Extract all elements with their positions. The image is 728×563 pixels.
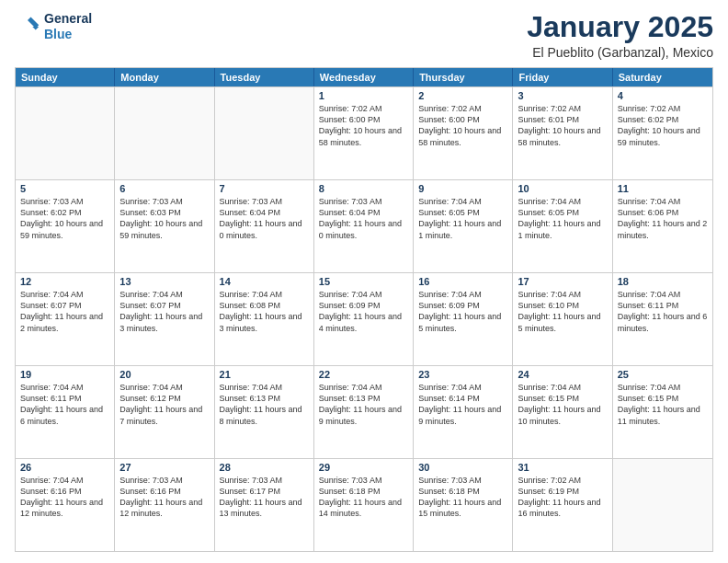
day-info: Sunrise: 7:02 AM Sunset: 6:19 PM Dayligh… bbox=[518, 475, 607, 520]
day-number: 3 bbox=[518, 90, 607, 101]
day-info: Sunrise: 7:03 AM Sunset: 6:18 PM Dayligh… bbox=[319, 475, 408, 520]
day-number: 25 bbox=[618, 369, 708, 380]
week-row-3: 12Sunrise: 7:04 AM Sunset: 6:07 PM Dayli… bbox=[16, 272, 712, 365]
day-number: 8 bbox=[319, 183, 408, 194]
day-number: 26 bbox=[20, 462, 109, 473]
day-info: Sunrise: 7:04 AM Sunset: 6:11 PM Dayligh… bbox=[20, 382, 109, 427]
day-info: Sunrise: 7:04 AM Sunset: 6:06 PM Dayligh… bbox=[618, 196, 708, 241]
day-info: Sunrise: 7:04 AM Sunset: 6:08 PM Dayligh… bbox=[220, 289, 309, 334]
week-row-5: 26Sunrise: 7:04 AM Sunset: 6:16 PM Dayli… bbox=[16, 458, 712, 551]
day-info: Sunrise: 7:04 AM Sunset: 6:15 PM Dayligh… bbox=[518, 382, 607, 427]
cal-cell-w2-d1: 5Sunrise: 7:03 AM Sunset: 6:02 PM Daylig… bbox=[16, 180, 115, 272]
day-info: Sunrise: 7:04 AM Sunset: 6:11 PM Dayligh… bbox=[618, 289, 708, 334]
cal-cell-w2-d6: 10Sunrise: 7:04 AM Sunset: 6:05 PM Dayli… bbox=[513, 180, 612, 272]
day-number: 7 bbox=[220, 183, 309, 194]
day-info: Sunrise: 7:03 AM Sunset: 6:04 PM Dayligh… bbox=[220, 196, 309, 241]
day-info: Sunrise: 7:04 AM Sunset: 6:09 PM Dayligh… bbox=[418, 289, 507, 334]
day-number: 23 bbox=[418, 369, 507, 380]
cal-cell-w4-d7: 25Sunrise: 7:04 AM Sunset: 6:15 PM Dayli… bbox=[613, 366, 712, 458]
day-number: 4 bbox=[618, 90, 708, 101]
calendar-body: 1Sunrise: 7:02 AM Sunset: 6:00 PM Daylig… bbox=[16, 86, 712, 551]
cal-cell-w2-d5: 9Sunrise: 7:04 AM Sunset: 6:05 PM Daylig… bbox=[414, 180, 513, 272]
day-info: Sunrise: 7:04 AM Sunset: 6:15 PM Dayligh… bbox=[618, 382, 708, 427]
day-number: 20 bbox=[119, 369, 209, 380]
day-info: Sunrise: 7:03 AM Sunset: 6:18 PM Dayligh… bbox=[418, 475, 507, 520]
day-number: 22 bbox=[319, 369, 408, 380]
day-number: 17 bbox=[518, 276, 607, 287]
cal-cell-w2-d4: 8Sunrise: 7:03 AM Sunset: 6:04 PM Daylig… bbox=[314, 180, 414, 272]
cal-cell-w1-d4: 1Sunrise: 7:02 AM Sunset: 6:00 PM Daylig… bbox=[314, 87, 414, 179]
day-number: 6 bbox=[119, 183, 209, 194]
day-info: Sunrise: 7:03 AM Sunset: 6:16 PM Dayligh… bbox=[119, 475, 209, 520]
day-info: Sunrise: 7:04 AM Sunset: 6:09 PM Dayligh… bbox=[319, 289, 408, 334]
day-info: Sunrise: 7:02 AM Sunset: 6:01 PM Dayligh… bbox=[518, 103, 607, 148]
title-block: January 2025 El Pueblito (Garbanzal), Me… bbox=[527, 11, 713, 60]
header-sunday: Sunday bbox=[16, 68, 115, 86]
cal-cell-w5-d3: 28Sunrise: 7:03 AM Sunset: 6:17 PM Dayli… bbox=[215, 459, 314, 551]
week-row-1: 1Sunrise: 7:02 AM Sunset: 6:00 PM Daylig… bbox=[16, 86, 712, 179]
day-number: 9 bbox=[418, 183, 507, 194]
day-info: Sunrise: 7:03 AM Sunset: 6:04 PM Dayligh… bbox=[319, 196, 408, 241]
cal-cell-w5-d7 bbox=[613, 459, 712, 551]
day-number: 15 bbox=[319, 276, 408, 287]
day-number: 28 bbox=[220, 462, 309, 473]
day-number: 16 bbox=[418, 276, 507, 287]
cal-cell-w4-d3: 21Sunrise: 7:04 AM Sunset: 6:13 PM Dayli… bbox=[215, 366, 314, 458]
header-tuesday: Tuesday bbox=[215, 68, 314, 86]
svg-marker-1 bbox=[28, 17, 39, 28]
cal-cell-w1-d3 bbox=[215, 87, 314, 179]
cal-cell-w1-d7: 4Sunrise: 7:02 AM Sunset: 6:02 PM Daylig… bbox=[613, 87, 712, 179]
day-number: 27 bbox=[119, 462, 209, 473]
day-number: 2 bbox=[418, 90, 507, 101]
week-row-2: 5Sunrise: 7:03 AM Sunset: 6:02 PM Daylig… bbox=[16, 179, 712, 272]
day-number: 18 bbox=[618, 276, 708, 287]
header-friday: Friday bbox=[513, 68, 612, 86]
cal-cell-w1-d6: 3Sunrise: 7:02 AM Sunset: 6:01 PM Daylig… bbox=[513, 87, 612, 179]
cal-cell-w5-d2: 27Sunrise: 7:03 AM Sunset: 6:16 PM Dayli… bbox=[115, 459, 214, 551]
cal-cell-w2-d3: 7Sunrise: 7:03 AM Sunset: 6:04 PM Daylig… bbox=[215, 180, 314, 272]
day-info: Sunrise: 7:04 AM Sunset: 6:16 PM Dayligh… bbox=[20, 475, 109, 520]
month-title: January 2025 bbox=[527, 11, 713, 43]
cal-cell-w5-d1: 26Sunrise: 7:04 AM Sunset: 6:16 PM Dayli… bbox=[16, 459, 115, 551]
cal-cell-w1-d5: 2Sunrise: 7:02 AM Sunset: 6:00 PM Daylig… bbox=[414, 87, 513, 179]
day-info: Sunrise: 7:03 AM Sunset: 6:02 PM Dayligh… bbox=[20, 196, 109, 241]
day-number: 1 bbox=[319, 90, 408, 101]
day-number: 30 bbox=[418, 462, 507, 473]
day-number: 14 bbox=[220, 276, 309, 287]
day-number: 10 bbox=[518, 183, 607, 194]
cal-cell-w5-d4: 29Sunrise: 7:03 AM Sunset: 6:18 PM Dayli… bbox=[314, 459, 414, 551]
day-info: Sunrise: 7:02 AM Sunset: 6:00 PM Dayligh… bbox=[319, 103, 408, 148]
cal-cell-w3-d5: 16Sunrise: 7:04 AM Sunset: 6:09 PM Dayli… bbox=[414, 273, 513, 365]
day-number: 12 bbox=[20, 276, 109, 287]
day-info: Sunrise: 7:04 AM Sunset: 6:05 PM Dayligh… bbox=[418, 196, 507, 241]
day-info: Sunrise: 7:04 AM Sunset: 6:07 PM Dayligh… bbox=[20, 289, 109, 334]
cal-cell-w2-d2: 6Sunrise: 7:03 AM Sunset: 6:03 PM Daylig… bbox=[115, 180, 214, 272]
day-info: Sunrise: 7:04 AM Sunset: 6:13 PM Dayligh… bbox=[220, 382, 309, 427]
svg-marker-2 bbox=[32, 27, 39, 30]
calendar: Sunday Monday Tuesday Wednesday Thursday… bbox=[15, 67, 713, 552]
header-wednesday: Wednesday bbox=[314, 68, 414, 86]
cal-cell-w3-d3: 14Sunrise: 7:04 AM Sunset: 6:08 PM Dayli… bbox=[215, 273, 314, 365]
header: General Blue January 2025 El Pueblito (G… bbox=[15, 11, 713, 60]
cal-cell-w2-d7: 11Sunrise: 7:04 AM Sunset: 6:06 PM Dayli… bbox=[613, 180, 712, 272]
cal-cell-w4-d5: 23Sunrise: 7:04 AM Sunset: 6:14 PM Dayli… bbox=[414, 366, 513, 458]
day-info: Sunrise: 7:04 AM Sunset: 6:12 PM Dayligh… bbox=[119, 382, 209, 427]
cal-cell-w3-d2: 13Sunrise: 7:04 AM Sunset: 6:07 PM Dayli… bbox=[115, 273, 214, 365]
header-thursday: Thursday bbox=[414, 68, 513, 86]
cal-cell-w3-d1: 12Sunrise: 7:04 AM Sunset: 6:07 PM Dayli… bbox=[16, 273, 115, 365]
week-row-4: 19Sunrise: 7:04 AM Sunset: 6:11 PM Dayli… bbox=[16, 365, 712, 458]
header-saturday: Saturday bbox=[613, 68, 712, 86]
day-number: 5 bbox=[20, 183, 109, 194]
cal-cell-w4-d1: 19Sunrise: 7:04 AM Sunset: 6:11 PM Dayli… bbox=[16, 366, 115, 458]
header-monday: Monday bbox=[115, 68, 214, 86]
cal-cell-w3-d6: 17Sunrise: 7:04 AM Sunset: 6:10 PM Dayli… bbox=[513, 273, 612, 365]
logo-icon bbox=[15, 14, 40, 40]
cal-cell-w3-d4: 15Sunrise: 7:04 AM Sunset: 6:09 PM Dayli… bbox=[314, 273, 414, 365]
day-info: Sunrise: 7:04 AM Sunset: 6:07 PM Dayligh… bbox=[119, 289, 209, 334]
day-info: Sunrise: 7:04 AM Sunset: 6:10 PM Dayligh… bbox=[518, 289, 607, 334]
logo: General Blue bbox=[15, 11, 92, 42]
page: General Blue January 2025 El Pueblito (G… bbox=[0, 0, 728, 563]
day-number: 29 bbox=[319, 462, 408, 473]
cal-cell-w4-d2: 20Sunrise: 7:04 AM Sunset: 6:12 PM Dayli… bbox=[115, 366, 214, 458]
day-info: Sunrise: 7:04 AM Sunset: 6:05 PM Dayligh… bbox=[518, 196, 607, 241]
